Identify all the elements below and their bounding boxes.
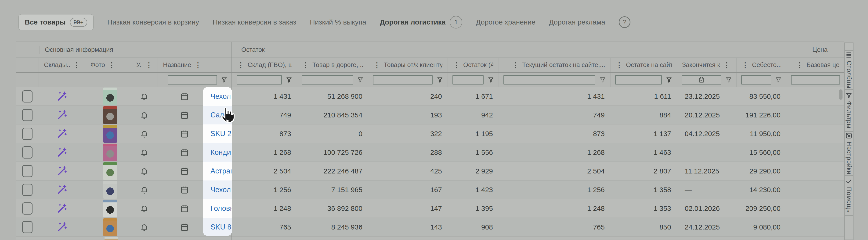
wand-icon[interactable] (57, 166, 67, 176)
calendar-icon[interactable] (180, 185, 189, 194)
bell-icon[interactable] (140, 92, 149, 101)
column-menu-icon[interactable]: ⋮ (237, 62, 244, 69)
bell-icon[interactable] (140, 130, 149, 138)
row-checkbox[interactable] (22, 146, 32, 159)
column-menu-icon[interactable]: ⋮ (108, 62, 115, 69)
product-photo[interactable] (103, 200, 117, 217)
filter-input-13[interactable] (791, 75, 840, 84)
row-checkbox[interactable] (22, 202, 32, 214)
column-header-11: Закончится к⋮ (677, 58, 736, 72)
vertical-scrollbar-thumb[interactable] (839, 90, 842, 100)
sidebar-tab-help[interactable]: Помощь (844, 176, 854, 215)
product-photo[interactable] (103, 218, 117, 236)
filter-input-4[interactable] (168, 75, 217, 84)
table-row-partial (16, 237, 844, 240)
bell-icon[interactable] (140, 223, 149, 231)
filter-input-9[interactable] (503, 75, 595, 84)
tab-badge: 1 (450, 16, 462, 29)
filter-input-8[interactable] (453, 75, 484, 84)
filter-input-5[interactable] (237, 75, 282, 84)
sidebar-tab-columns[interactable]: Столбцы (844, 50, 854, 90)
calendar-icon[interactable] (180, 92, 189, 101)
calendar-icon[interactable] (180, 167, 189, 176)
funnel-icon[interactable] (666, 77, 672, 83)
wand-icon[interactable] (57, 128, 67, 139)
product-photo[interactable] (103, 144, 117, 161)
product-photo[interactable] (103, 88, 117, 105)
product-name-link[interactable]: Чехол (211, 87, 231, 106)
column-menu-icon[interactable]: ⋮ (73, 62, 80, 69)
calendar-check-icon[interactable] (699, 77, 705, 83)
row-checkbox[interactable] (22, 165, 32, 177)
wand-icon[interactable] (57, 110, 67, 121)
funnel-icon[interactable] (488, 77, 494, 83)
tab-0[interactable]: Все товары99+ (18, 14, 94, 30)
column-menu-icon[interactable]: ⋮ (796, 62, 803, 69)
calendar-icon[interactable] (180, 129, 189, 138)
row-checkbox[interactable] (22, 90, 32, 102)
bell-icon[interactable] (140, 204, 149, 213)
funnel-icon[interactable] (725, 77, 732, 83)
column-menu-icon[interactable]: ⋮ (512, 62, 519, 69)
cell-transit: 0 (297, 125, 368, 143)
product-name-link[interactable]: Чехол (211, 180, 231, 199)
sidebar-tab-settings[interactable]: Настройки (844, 131, 854, 176)
calendar-icon[interactable] (180, 204, 189, 213)
column-menu-icon[interactable]: ⋮ (373, 62, 380, 69)
product-name-link[interactable]: Кондит (211, 143, 231, 162)
row-checkbox[interactable] (22, 184, 32, 196)
bell-icon[interactable] (140, 185, 149, 194)
row-checkbox[interactable] (22, 221, 32, 233)
wand-icon[interactable] (57, 203, 67, 214)
funnel-icon[interactable] (775, 77, 781, 83)
wand-icon[interactable] (57, 147, 67, 158)
product-name-link[interactable]: Головк (211, 199, 231, 218)
tab-6[interactable]: Дорогая реклама (549, 18, 606, 26)
bell-icon[interactable] (140, 148, 149, 157)
column-menu-icon[interactable]: ⋮ (742, 62, 749, 69)
calendar-icon[interactable] (180, 148, 189, 157)
filter-input-11[interactable] (682, 75, 721, 84)
filter-input-12[interactable] (741, 75, 771, 84)
column-header-label: Текущий остаток на сайте,... (522, 61, 605, 69)
product-photo[interactable] (103, 106, 117, 124)
help-icon[interactable]: ? (619, 16, 630, 28)
calendar-icon[interactable] (180, 223, 189, 232)
funnel-icon[interactable] (286, 77, 292, 83)
sidebar-tab-filters[interactable]: Фильтры (844, 90, 854, 131)
filter-input-6[interactable] (302, 75, 353, 84)
column-menu-icon[interactable]: ⋮ (194, 62, 202, 69)
bell-icon[interactable] (140, 111, 149, 119)
tab-4[interactable]: Дорогая логистика1 (380, 16, 462, 29)
row-checkbox[interactable] (22, 109, 32, 121)
tab-2[interactable]: Низкая конверсия в заказ (213, 18, 296, 26)
product-photo[interactable] (103, 181, 117, 199)
product-photo[interactable] (103, 162, 117, 180)
product-name-link[interactable]: Астраг (211, 162, 231, 180)
column-menu-icon[interactable]: ⋮ (302, 62, 309, 69)
column-menu-icon[interactable]: ⋮ (723, 62, 730, 69)
wand-icon[interactable] (57, 91, 67, 102)
tab-5[interactable]: Дорогое хранение (476, 18, 535, 26)
funnel-icon[interactable] (357, 77, 363, 83)
row-checkbox[interactable] (22, 128, 32, 140)
funnel-icon[interactable] (599, 77, 606, 83)
bell-icon[interactable] (140, 167, 149, 175)
wand-icon[interactable] (57, 222, 67, 233)
wand-icon[interactable] (57, 184, 67, 195)
cell-current: 873 (499, 125, 610, 143)
calendar-icon[interactable] (180, 111, 189, 119)
column-menu-icon[interactable]: ⋮ (453, 62, 460, 69)
filter-input-10[interactable] (615, 75, 662, 84)
product-photo[interactable] (103, 125, 117, 143)
column-menu-icon[interactable]: ⋮ (616, 62, 623, 69)
product-name-link[interactable]: SKU 82 (211, 218, 231, 236)
product-name-link[interactable]: SKU 27 (211, 125, 231, 143)
column-menu-icon[interactable]: ⋮ (146, 62, 152, 69)
tab-3[interactable]: Низкий % выкупа (310, 18, 366, 26)
funnel-icon[interactable] (437, 77, 443, 83)
cell-cost: 14 230,00 (736, 180, 786, 199)
funnel-icon[interactable] (221, 77, 227, 83)
tab-1[interactable]: Низкая конверсия в корзину (107, 18, 199, 26)
filter-input-7[interactable] (373, 75, 433, 84)
